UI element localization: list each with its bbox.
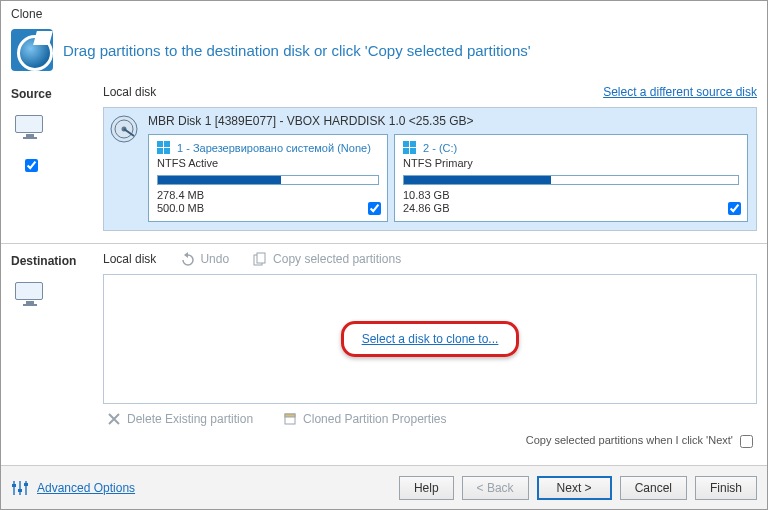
partition-1-total: 500.0 MB bbox=[157, 202, 379, 215]
finish-button[interactable]: Finish bbox=[695, 476, 757, 500]
monitor-icon bbox=[15, 282, 45, 308]
clone-app-icon bbox=[11, 29, 53, 71]
next-button[interactable]: Next > bbox=[537, 476, 612, 500]
svg-rect-4 bbox=[257, 253, 265, 263]
windows-icon bbox=[157, 141, 171, 155]
svg-rect-8 bbox=[18, 489, 22, 492]
partition-2-name: 2 - (C:) bbox=[423, 142, 457, 154]
monitor-icon bbox=[15, 115, 45, 141]
copy-icon bbox=[253, 252, 267, 266]
select-destination-highlight: Select a disk to clone to... bbox=[341, 321, 520, 357]
partition-2-type: NTFS Primary bbox=[403, 157, 739, 169]
cancel-button[interactable]: Cancel bbox=[620, 476, 687, 500]
copy-selected-button[interactable]: Copy selected partitions bbox=[253, 252, 401, 266]
partition-2-total: 24.86 GB bbox=[403, 202, 739, 215]
source-local-disk: Local disk bbox=[103, 85, 156, 99]
svg-rect-9 bbox=[24, 483, 28, 486]
disk-title: MBR Disk 1 [4389E077] - VBOX HARDDISK 1.… bbox=[148, 114, 748, 128]
destination-local-disk: Local disk bbox=[103, 252, 156, 266]
back-button[interactable]: < Back bbox=[462, 476, 529, 500]
partition-2-used: 10.83 GB bbox=[403, 189, 739, 202]
partition-2[interactable]: 2 - (C:) NTFS Primary 10.83 GB 24.86 GB bbox=[394, 134, 748, 222]
copy-on-next-label: Copy selected partitions when I click 'N… bbox=[526, 434, 733, 446]
svg-rect-6 bbox=[285, 414, 295, 417]
partition-1-type: NTFS Active bbox=[157, 157, 379, 169]
destination-panel: Select a disk to clone to... bbox=[103, 274, 757, 404]
source-disk-checkbox[interactable] bbox=[25, 159, 38, 172]
partition-2-usage-bar bbox=[403, 175, 739, 185]
partition-2-checkbox[interactable] bbox=[728, 202, 741, 215]
partition-1-name: 1 - Зарезервировано системой (None) bbox=[177, 142, 371, 154]
properties-icon bbox=[283, 412, 297, 426]
help-button[interactable]: Help bbox=[399, 476, 454, 500]
windows-icon bbox=[403, 141, 417, 155]
source-disk-panel: MBR Disk 1 [4389E077] - VBOX HARDDISK 1.… bbox=[103, 107, 757, 231]
undo-icon bbox=[180, 252, 194, 266]
cloned-properties-button[interactable]: Cloned Partition Properties bbox=[283, 412, 446, 426]
advanced-options-link[interactable]: Advanced Options bbox=[37, 481, 135, 495]
window-title: Clone bbox=[11, 7, 757, 21]
partition-1-checkbox[interactable] bbox=[368, 202, 381, 215]
undo-button[interactable]: Undo bbox=[180, 252, 229, 266]
source-label: Source bbox=[11, 85, 103, 101]
copy-on-next-checkbox[interactable] bbox=[740, 435, 753, 448]
x-icon bbox=[107, 412, 121, 426]
destination-label: Destination bbox=[11, 252, 103, 268]
banner-text: Drag partitions to the destination disk … bbox=[63, 42, 531, 59]
partition-1[interactable]: 1 - Зарезервировано системой (None) NTFS… bbox=[148, 134, 388, 222]
svg-rect-7 bbox=[12, 484, 16, 487]
partition-1-used: 278.4 MB bbox=[157, 189, 379, 202]
select-different-source-link[interactable]: Select a different source disk bbox=[603, 85, 757, 99]
select-destination-link[interactable]: Select a disk to clone to... bbox=[362, 332, 499, 346]
sliders-icon bbox=[11, 479, 29, 497]
harddisk-icon bbox=[109, 114, 139, 144]
delete-existing-button[interactable]: Delete Existing partition bbox=[107, 412, 253, 426]
partition-1-usage-bar bbox=[157, 175, 379, 185]
